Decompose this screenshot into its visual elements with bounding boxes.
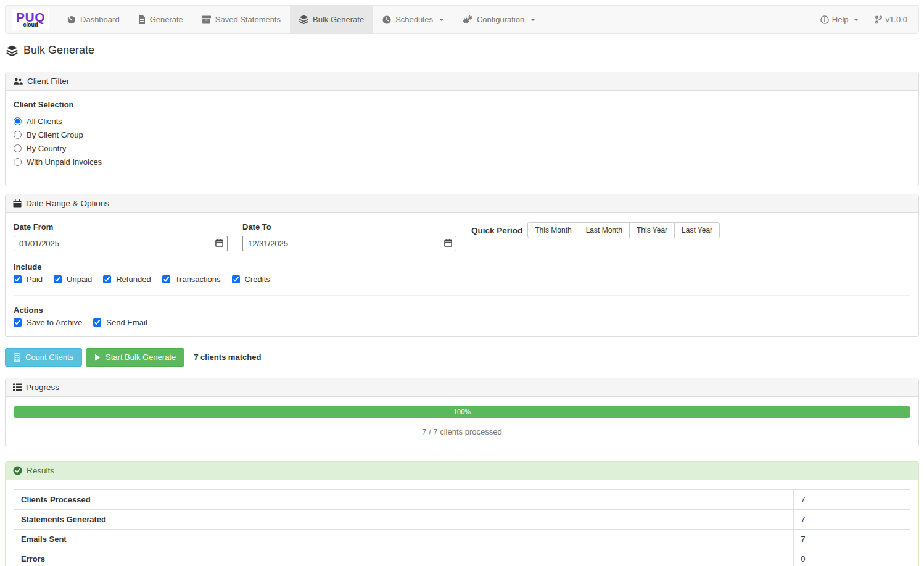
checkbox-unpaid[interactable]: Unpaid <box>54 275 92 284</box>
count-clients-button[interactable]: Count Clients <box>5 348 82 367</box>
checkbox-refunded[interactable]: Refunded <box>103 275 151 284</box>
progress-title: Progress <box>26 383 59 392</box>
radio-input-all-clients[interactable] <box>14 117 22 125</box>
result-value: 7 <box>794 529 910 549</box>
play-icon <box>94 354 101 361</box>
navbar-right: Help v1.0.0 <box>820 6 918 33</box>
checkbox-label: Unpaid <box>67 275 92 284</box>
clock-icon <box>382 15 391 24</box>
top-navbar: PUQ cloud Dashboard Generate Saved State… <box>5 5 919 34</box>
checkbox-label: Transactions <box>175 275 221 284</box>
calendar-picker-icon[interactable] <box>215 239 223 249</box>
brand-logo-box: PUQ cloud <box>12 9 49 30</box>
nav-item-generate[interactable]: Generate <box>129 6 192 33</box>
radio-by-client-group[interactable]: By Client Group <box>14 130 910 139</box>
radio-label: By Country <box>27 144 66 153</box>
quick-period-buttons: This Month Last Month This Year Last Yea… <box>527 222 720 238</box>
checkbox-send-email[interactable]: Send Email <box>93 318 147 327</box>
radio-all-clients[interactable]: All Clients <box>14 117 910 126</box>
cogs-icon <box>463 15 472 24</box>
date-row: Date From Date To Quick Peri <box>14 222 910 251</box>
checkbox-input-transactions[interactable] <box>162 275 170 283</box>
checkbox-transactions[interactable]: Transactions <box>162 275 221 284</box>
nav-item-dashboard[interactable]: Dashboard <box>58 6 129 33</box>
checkbox-input-paid[interactable] <box>14 275 22 283</box>
date-to-field: Date To <box>242 222 456 251</box>
quick-period-last-month-button[interactable]: Last Month <box>579 222 630 238</box>
result-label: Emails Sent <box>14 529 794 549</box>
checkbox-input-refunded[interactable] <box>103 275 111 283</box>
checkbox-input-credits[interactable] <box>232 275 240 283</box>
results-header: Results <box>6 462 918 480</box>
quick-period-this-month-button[interactable]: This Month <box>527 222 579 238</box>
start-bulk-generate-label: Start Bulk Generate <box>105 352 176 362</box>
quick-period-last-year-button[interactable]: Last Year <box>674 222 720 238</box>
checkbox-input-unpaid[interactable] <box>54 275 62 283</box>
date-range-title: Date Range & Options <box>26 199 109 208</box>
bulk-actions-bar: Count Clients Start Bulk Generate 7 clie… <box>5 348 919 367</box>
calendar-icon <box>13 199 22 208</box>
checkbox-label: Paid <box>27 275 43 284</box>
result-value: 7 <box>794 489 910 509</box>
nav-item-configuration[interactable]: Configuration <box>453 6 545 33</box>
include-checkbox-row: Paid Unpaid Refunded Transactions Credit… <box>14 275 910 284</box>
radio-input-with-unpaid-invoices[interactable] <box>14 158 22 166</box>
chevron-down-icon <box>439 19 444 21</box>
radio-input-by-country[interactable] <box>14 144 22 152</box>
progress-header: Progress <box>6 378 918 397</box>
client-selection-radio-group: All Clients By Client Group By Country W… <box>14 117 910 167</box>
checkbox-paid[interactable]: Paid <box>14 275 43 284</box>
checkbox-label: Send Email <box>106 318 147 327</box>
nav-item-bulk-generate[interactable]: Bulk Generate <box>290 6 373 33</box>
client-filter-header: Client Filter <box>6 72 918 91</box>
quick-period-this-year-button[interactable]: This Year <box>629 222 675 238</box>
include-section: Include Paid Unpaid Refunded Transaction… <box>14 262 910 284</box>
radio-label: All Clients <box>27 117 62 126</box>
file-icon <box>138 15 146 24</box>
calendar-picker-icon[interactable] <box>444 239 452 249</box>
radio-label: By Client Group <box>27 130 83 139</box>
include-label: Include <box>14 262 910 272</box>
checkbox-input-save-to-archive[interactable] <box>14 318 22 327</box>
help-menu[interactable]: Help <box>820 15 859 24</box>
nav-item-saved-statements[interactable]: Saved Statements <box>192 6 290 33</box>
nav-item-label: Configuration <box>477 15 524 24</box>
results-title: Results <box>27 466 54 475</box>
date-range-panel: Date Range & Options Date From Date To <box>5 194 919 337</box>
result-value: 7 <box>794 509 910 529</box>
date-from-input[interactable] <box>14 236 228 251</box>
checkbox-credits[interactable]: Credits <box>232 275 270 284</box>
checkbox-label: Save to Archive <box>27 318 82 327</box>
layers-icon <box>6 45 18 56</box>
version-label: v1.0.0 <box>886 15 907 24</box>
radio-input-by-client-group[interactable] <box>14 131 22 139</box>
version-indicator: v1.0.0 <box>875 15 907 24</box>
radio-with-unpaid-invoices[interactable]: With Unpaid Invoices <box>14 157 910 167</box>
date-range-body: Date From Date To Quick Peri <box>6 213 918 336</box>
progress-panel: Progress 100% 7 / 7 clients processed <box>5 378 919 447</box>
clients-matched-text: 7 clients matched <box>194 352 261 362</box>
nav-item-label: Bulk Generate <box>313 15 364 24</box>
checkbox-save-to-archive[interactable]: Save to Archive <box>14 318 82 327</box>
actions-section: Actions Save to Archive Send Email <box>14 306 910 327</box>
client-filter-title: Client Filter <box>27 77 69 86</box>
radio-label: With Unpaid Invoices <box>27 157 102 167</box>
date-to-input[interactable] <box>242 236 456 251</box>
quick-period-label: Quick Period <box>471 226 522 235</box>
nav-item-schedules[interactable]: Schedules <box>373 6 453 33</box>
table-row: Emails Sent 7 <box>14 529 910 549</box>
actions-checkbox-row: Save to Archive Send Email <box>14 318 910 327</box>
radio-by-country[interactable]: By Country <box>14 144 910 153</box>
result-label: Clients Processed <box>14 489 794 509</box>
table-row: Errors 0 <box>14 549 910 566</box>
brand-logo[interactable]: PUQ cloud <box>6 6 58 33</box>
chevron-down-icon <box>530 19 535 21</box>
tasks-icon <box>13 383 22 391</box>
result-value: 0 <box>794 549 910 566</box>
table-row: Clients Processed 7 <box>14 489 910 509</box>
progress-bar-track: 100% <box>14 406 910 418</box>
start-bulk-generate-button[interactable]: Start Bulk Generate <box>86 348 184 367</box>
nav-item-label: Saved Statements <box>215 15 281 24</box>
checkbox-input-send-email[interactable] <box>93 318 101 327</box>
progress-bar-fill: 100% <box>14 406 910 418</box>
